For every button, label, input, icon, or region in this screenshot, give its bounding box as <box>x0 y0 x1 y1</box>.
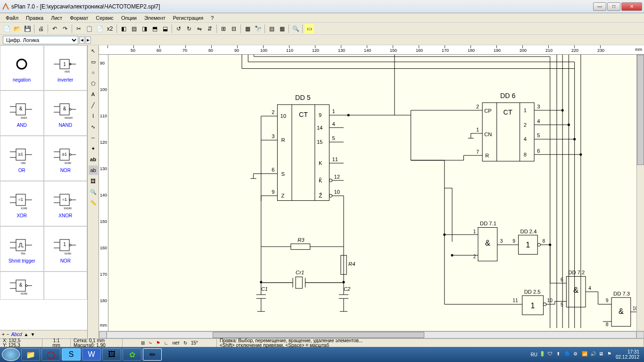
new-button[interactable]: 📄 <box>2 24 11 33</box>
poly-tool[interactable]: ⬠ <box>89 79 98 88</box>
flip-h-button[interactable]: ⇋ <box>195 24 204 33</box>
task-splan[interactable]: ✏ <box>143 348 162 361</box>
highlight-button[interactable]: ▭ <box>305 24 314 33</box>
lib-item-nand[interactable]: &NAND0 NAND <box>44 90 88 136</box>
lib-item-negation[interactable]: negation <box>0 45 44 90</box>
tool-a-button[interactable]: ▤ <box>267 24 276 33</box>
group-button[interactable]: ⊞ <box>219 24 228 33</box>
circle-tool[interactable]: ○ <box>89 68 98 77</box>
polyline-tool[interactable]: ⌇ <box>89 111 98 121</box>
angle-tool[interactable]: ∟ <box>164 341 169 346</box>
pointer-tool[interactable]: ↖ <box>89 46 98 56</box>
image-tool[interactable]: 🖼 <box>89 176 98 186</box>
tray-icon[interactable]: 🔋 <box>539 351 546 358</box>
menu-options[interactable]: Опции <box>117 14 140 22</box>
scrollbar-vertical[interactable] <box>636 55 644 331</box>
tray-icon[interactable]: 🔊 <box>590 351 597 358</box>
lib-up-button[interactable]: ▲ <box>24 332 28 337</box>
open-button[interactable]: 📂 <box>12 24 22 33</box>
copy-button[interactable]: 📋 <box>84 24 94 33</box>
binoculars-icon[interactable]: 🔭 <box>253 24 263 33</box>
drawing-canvas[interactable]: DD 5 CT 210 3R 6S 9Z 91 144 155 K11 K̄12… <box>108 55 636 331</box>
align-right-button[interactable]: ◨ <box>140 24 149 33</box>
menu-help[interactable]: ? <box>207 14 217 22</box>
duplicate-button[interactable]: x2 <box>105 24 115 33</box>
library-select[interactable]: Цифр. Логика <box>3 36 78 44</box>
rotate-left-button[interactable]: ↺ <box>174 24 183 33</box>
menu-sheet[interactable]: Лист <box>47 14 66 22</box>
align-left-button[interactable]: ◧ <box>119 24 128 33</box>
save-button[interactable]: 💾 <box>23 24 32 33</box>
grid-icon[interactable]: ⊞ <box>141 341 145 346</box>
tray-icon[interactable]: 📶 <box>582 351 588 358</box>
redo-button[interactable]: ↷ <box>60 24 70 33</box>
tray-icon[interactable]: ⬆ <box>556 351 563 358</box>
minimize-button[interactable]: — <box>593 2 606 11</box>
frame-button[interactable]: ▦ <box>243 24 252 33</box>
lib-item-xor[interactable]: =1XOR0 XOR <box>0 181 44 226</box>
task-explorer[interactable]: 📁 <box>21 348 40 361</box>
align-bottom-button[interactable]: ⬓ <box>160 24 170 33</box>
print-button[interactable]: 🖨 <box>36 24 46 33</box>
task-skype[interactable]: S <box>62 348 81 361</box>
lib-item-partial2[interactable] <box>44 272 88 300</box>
start-button[interactable] <box>2 348 20 361</box>
arrow-tool[interactable]: ↔ <box>89 133 98 142</box>
lib-abcd[interactable]: Abcd <box>11 332 22 337</box>
text-tool[interactable]: A <box>89 90 98 99</box>
measure-tool[interactable]: 📏 <box>89 198 98 207</box>
tray-icon[interactable]: 🔵 <box>565 351 571 358</box>
scrollbar-horizontal[interactable] <box>99 331 644 338</box>
curve-tool[interactable]: ∿ <box>89 122 98 132</box>
ungroup-button[interactable]: ⊟ <box>229 24 239 33</box>
menu-registration[interactable]: Регистрация <box>169 14 207 22</box>
maximize-button[interactable]: □ <box>607 2 620 11</box>
label-tool[interactable]: ab <box>89 155 98 164</box>
lib-item-xnor[interactable]: =1XNDR0 XNOR <box>44 181 88 226</box>
lib-item-or[interactable]: ≥1OR0 OR <box>0 136 44 181</box>
cut-button[interactable]: ✂ <box>74 24 83 33</box>
zoom-tool[interactable]: 🔍 <box>89 187 98 197</box>
rotate-icon[interactable]: ↻ <box>183 341 187 346</box>
menu-format[interactable]: Формат <box>66 14 92 22</box>
anchor-tool[interactable]: ✦ <box>89 144 98 153</box>
rotate-right-button[interactable]: ↻ <box>184 24 194 33</box>
lib-next-button[interactable]: ► <box>85 36 91 44</box>
lib-item-shmit[interactable]: TR0 Shmit trigger <box>0 226 44 272</box>
menu-edit[interactable]: Правка <box>22 14 47 22</box>
undo-button[interactable]: ↶ <box>50 24 59 33</box>
label2-tool[interactable]: ab <box>89 165 98 175</box>
align-center-button[interactable]: ▤ <box>129 24 139 33</box>
task-photos[interactable]: 🖼 <box>102 348 121 361</box>
lib-item-nor2[interactable]: 1NOR0 NOR <box>44 226 88 272</box>
menu-service[interactable]: Сервис <box>92 14 117 22</box>
zoom-button[interactable]: 🔍 <box>291 24 300 33</box>
clock[interactable]: 17:3102.12.2012 <box>616 349 639 360</box>
line-tool[interactable]: ╱ <box>89 100 98 110</box>
snap-icon[interactable]: ⤷ <box>149 341 152 346</box>
lib-item-and[interactable]: &AND0 AND <box>0 90 44 136</box>
lib-item-nor[interactable]: ≥1NOR0 NOR <box>44 136 88 181</box>
align-top-button[interactable]: ⬒ <box>150 24 159 33</box>
lib-item-inverter[interactable]: 1INV0 inverter <box>44 45 88 90</box>
lib-remove-button[interactable]: − <box>7 332 9 337</box>
task-icq[interactable]: ✿ <box>123 348 141 361</box>
lib-item-partial[interactable]: &NOR0 <box>0 272 44 300</box>
close-button[interactable]: ✕ <box>621 2 642 11</box>
flip-v-button[interactable]: ⇵ <box>205 24 215 33</box>
menu-element[interactable]: Элемент <box>140 14 169 22</box>
tray-icon[interactable]: ⚙ <box>573 351 580 358</box>
paste-button[interactable]: 📄 <box>95 24 104 33</box>
lib-prev-button[interactable]: ◄ <box>79 36 85 44</box>
tray-icon[interactable]: 🛡 <box>548 351 554 358</box>
menu-file[interactable]: Файл <box>2 14 22 22</box>
lib-add-button[interactable]: + <box>2 332 5 337</box>
lib-down-button[interactable]: ▼ <box>30 332 35 337</box>
task-word[interactable]: W <box>82 348 101 361</box>
flag-icon[interactable]: ⚑ <box>156 341 160 346</box>
task-opera[interactable]: ◯ <box>41 348 60 361</box>
rect-tool[interactable]: ▭ <box>89 57 98 66</box>
tray-icon[interactable]: 🖥 <box>599 351 605 358</box>
tray-icon[interactable]: ⚑ <box>607 351 614 358</box>
tool-b-button[interactable]: ▦ <box>277 24 287 33</box>
